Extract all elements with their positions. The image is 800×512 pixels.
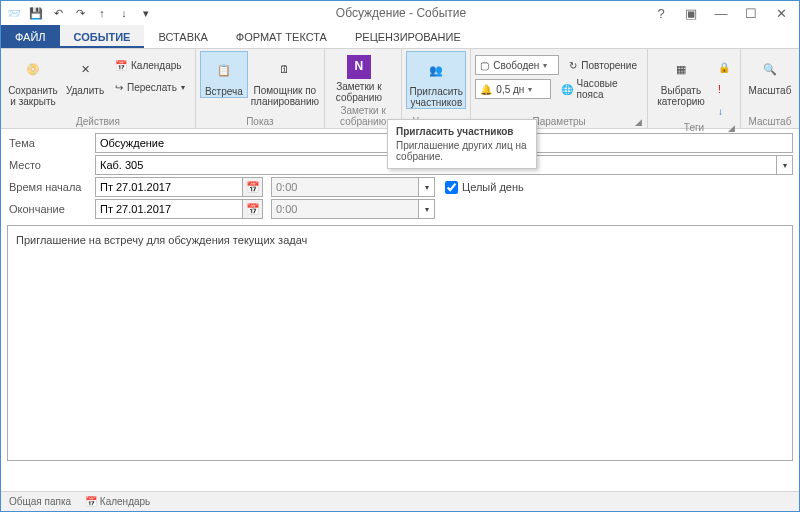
- group-show-label: Показ: [200, 115, 320, 128]
- ribbon-tabs: ФАЙЛ СОБЫТИЕ ВСТАВКА ФОРМАТ ТЕКСТА РЕЦЕН…: [1, 25, 799, 49]
- minimize-button[interactable]: —: [707, 3, 735, 23]
- delete-button[interactable]: ✕ Удалить: [63, 51, 107, 96]
- invite-attendees-tooltip: Пригласить участников Приглашение других…: [387, 119, 537, 169]
- tags-launcher[interactable]: ◢: [726, 123, 736, 133]
- bell-icon: 🔔: [480, 84, 492, 95]
- maximize-button[interactable]: ☐: [737, 3, 765, 23]
- high-importance-button[interactable]: !: [712, 79, 736, 99]
- recurrence-button[interactable]: ↻Повторение: [563, 55, 643, 75]
- all-day-checkbox[interactable]: [445, 181, 458, 194]
- tab-insert[interactable]: ВСТАВКА: [144, 25, 221, 48]
- tab-review[interactable]: РЕЦЕНЗИРОВАНИЕ: [341, 25, 475, 48]
- globe-icon: 🌐: [561, 84, 573, 95]
- timezones-button[interactable]: 🌐Часовые пояса: [555, 79, 643, 99]
- end-time-input[interactable]: [271, 199, 419, 219]
- qat-undo-icon[interactable]: ↶: [49, 4, 67, 22]
- tab-event[interactable]: СОБЫТИЕ: [60, 25, 145, 48]
- calendar-icon: 📅: [246, 203, 260, 216]
- tooltip-title: Пригласить участников: [396, 126, 528, 137]
- start-label: Время начала: [7, 181, 95, 193]
- start-time-input[interactable]: [271, 177, 419, 197]
- onenote-button[interactable]: N Заметки к собранию: [329, 51, 389, 103]
- forward-button[interactable]: ↪Переслать▾: [109, 77, 191, 97]
- meeting-button[interactable]: 📋 Встреча: [200, 51, 248, 98]
- help-button[interactable]: ?: [647, 3, 675, 23]
- window-title: Обсуждение - Событие: [155, 6, 647, 20]
- onenote-icon: N: [347, 55, 371, 79]
- categorize-icon: ▦: [667, 55, 695, 83]
- tooltip-text: Приглашение других лиц на собрание.: [396, 140, 528, 162]
- status-folder: Общая папка: [9, 496, 71, 507]
- tab-file[interactable]: ФАЙЛ: [1, 25, 60, 48]
- end-date-picker[interactable]: 📅: [243, 199, 263, 219]
- qat-send-icon[interactable]: 📨: [5, 4, 23, 22]
- params-launcher[interactable]: ◢: [633, 117, 643, 127]
- location-label: Место: [7, 159, 95, 171]
- ribbon: 📀 Сохранить и закрыть ✕ Удалить 📅Календа…: [1, 49, 799, 129]
- start-time-dropdown[interactable]: ▾: [419, 177, 435, 197]
- qat-customize-icon[interactable]: ▾: [137, 4, 155, 22]
- group-tags-label: Теги◢: [652, 121, 736, 134]
- zoom-icon: 🔍: [756, 55, 784, 83]
- private-button[interactable]: 🔒: [712, 57, 736, 77]
- status-calendar: 📅 Календарь: [85, 496, 150, 507]
- calendar-button[interactable]: 📅Календарь: [109, 55, 191, 75]
- qat-save-icon[interactable]: 💾: [27, 4, 45, 22]
- lock-icon: 🔒: [718, 62, 730, 73]
- save-close-icon: 📀: [19, 55, 47, 83]
- save-and-close-button[interactable]: 📀 Сохранить и закрыть: [5, 51, 61, 107]
- categorize-button[interactable]: ▦ Выбрать категорию: [652, 51, 710, 107]
- importance-high-icon: !: [718, 84, 721, 95]
- start-date-input[interactable]: [95, 177, 243, 197]
- end-label: Окончание: [7, 203, 95, 215]
- close-button[interactable]: ✕: [767, 3, 795, 23]
- reminder-combo[interactable]: 🔔0,5 дн▾: [475, 79, 550, 99]
- group-actions-label: Действия: [5, 115, 191, 128]
- location-dropdown[interactable]: ▾: [777, 155, 793, 175]
- subject-label: Тема: [7, 137, 95, 149]
- forward-icon: ↪: [115, 82, 123, 93]
- status-bar: Общая папка 📅 Календарь: [1, 491, 799, 511]
- start-date-picker[interactable]: 📅: [243, 177, 263, 197]
- recurrence-icon: ↻: [569, 60, 577, 71]
- ribbon-toggle-button[interactable]: ▣: [677, 3, 705, 23]
- invite-icon: 👥: [422, 56, 450, 84]
- zoom-button[interactable]: 🔍 Масштаб: [745, 51, 795, 96]
- qat-redo-icon[interactable]: ↷: [71, 4, 89, 22]
- invite-attendees-button[interactable]: 👥 Пригласить участников: [406, 51, 466, 109]
- low-importance-button[interactable]: ↓: [712, 101, 736, 121]
- end-date-input[interactable]: [95, 199, 243, 219]
- calendar-icon: 📅: [85, 496, 97, 507]
- scheduling-assistant-button[interactable]: 🗓 Помощник по планированию: [250, 51, 320, 107]
- free-icon: ▢: [480, 60, 489, 71]
- delete-icon: ✕: [71, 55, 99, 83]
- tab-format[interactable]: ФОРМАТ ТЕКСТА: [222, 25, 341, 48]
- scheduling-icon: 🗓: [271, 55, 299, 83]
- group-zoom-label: Масштаб: [745, 115, 795, 128]
- importance-low-icon: ↓: [718, 106, 723, 117]
- calendar-icon: 📅: [246, 181, 260, 194]
- show-as-combo[interactable]: ▢Свободен▾: [475, 55, 559, 75]
- calendar-icon: 📅: [115, 60, 127, 71]
- qat-up-icon[interactable]: ↑: [93, 4, 111, 22]
- all-day-label: Целый день: [462, 181, 524, 193]
- event-body-editor[interactable]: Приглашение на встречу для обсуждения те…: [7, 225, 793, 461]
- end-time-dropdown[interactable]: ▾: [419, 199, 435, 219]
- qat-down-icon[interactable]: ↓: [115, 4, 133, 22]
- meeting-icon: 📋: [210, 56, 238, 84]
